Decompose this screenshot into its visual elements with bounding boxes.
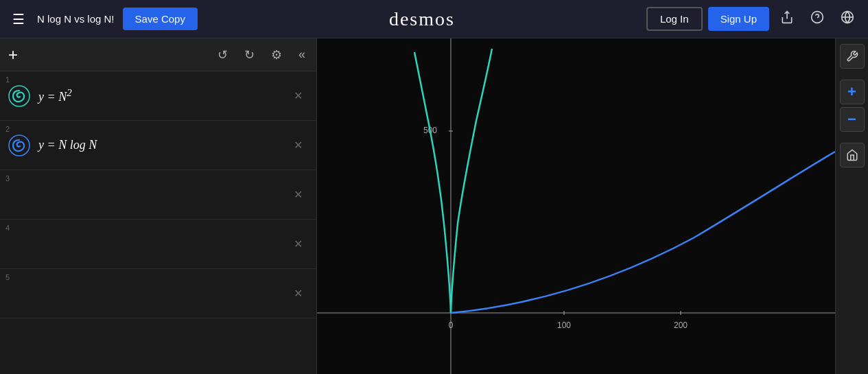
- svg-point-3: [9, 86, 30, 106]
- signup-button[interactable]: Sign Up: [708, 7, 769, 31]
- expr-number-5: 5: [5, 273, 10, 281]
- expr-close-3[interactable]: ✕: [288, 185, 308, 204]
- expression-row-3[interactable]: 3 ✕: [0, 170, 316, 220]
- graph-area[interactable]: 0 100 200 500: [317, 38, 835, 374]
- globe-icon[interactable]: [835, 6, 860, 32]
- expr-formula-1[interactable]: y = N2: [38, 87, 288, 104]
- left-panel: + ↺ ↻ ⚙ « 1 y = N2 ✕ 2: [0, 38, 317, 374]
- expression-row-4[interactable]: 4 ✕: [0, 220, 316, 269]
- settings-button[interactable]: ⚙: [268, 45, 285, 65]
- svg-text:100: 100: [557, 320, 571, 330]
- expression-row-2: 2 y = N log N ✕: [0, 121, 316, 170]
- zoom-in-button[interactable]: +: [840, 80, 865, 104]
- expr-number-2: 2: [5, 125, 10, 133]
- svg-point-4: [9, 135, 30, 156]
- expr-number-4: 4: [5, 224, 10, 232]
- svg-text:200: 200: [674, 320, 688, 330]
- undo-button[interactable]: ↺: [215, 45, 231, 65]
- expression-row-1: 1 y = N2 ✕: [0, 71, 316, 121]
- zoom-out-button[interactable]: −: [840, 107, 865, 132]
- collapse-button[interactable]: «: [296, 45, 308, 65]
- help-icon[interactable]: [805, 6, 830, 32]
- expr-number-1: 1: [5, 75, 10, 84]
- share-icon[interactable]: [775, 6, 799, 32]
- topbar-right: Log In Sign Up: [646, 6, 860, 32]
- expr-close-1[interactable]: ✕: [288, 86, 308, 105]
- expr-number-3: 3: [5, 174, 10, 183]
- graph-title: N log N vs log N!: [37, 13, 115, 25]
- login-button[interactable]: Log In: [646, 7, 703, 31]
- hamburger-icon[interactable]: ☰: [8, 7, 29, 32]
- expr-close-5[interactable]: ✕: [288, 284, 308, 303]
- right-sidebar: + −: [835, 38, 868, 374]
- home-button[interactable]: [840, 143, 865, 167]
- topbar: ☰ N log N vs log N! Save Copy desmos Log…: [0, 0, 868, 38]
- wrench-button[interactable]: [840, 44, 865, 69]
- expr-close-4[interactable]: ✕: [288, 235, 308, 253]
- svg-text:0: 0: [449, 320, 454, 330]
- graph-canvas: 0 100 200 500: [317, 38, 835, 374]
- expression-row-5[interactable]: 5 ✕: [0, 269, 316, 318]
- expr-icon-2: [8, 135, 30, 156]
- expression-toolbar: + ↺ ↻ ⚙ «: [0, 38, 316, 71]
- desmos-logo: desmos: [206, 8, 638, 30]
- expr-formula-2[interactable]: y = N log N: [38, 138, 288, 152]
- add-expression-button[interactable]: +: [8, 47, 18, 63]
- svg-rect-5: [317, 38, 835, 374]
- expression-list: 1 y = N2 ✕ 2 y = N log N ✕: [0, 71, 316, 374]
- expr-close-2[interactable]: ✕: [288, 136, 308, 154]
- save-copy-button[interactable]: Save Copy: [123, 8, 198, 30]
- redo-button[interactable]: ↻: [242, 45, 257, 65]
- main: + ↺ ↻ ⚙ « 1 y = N2 ✕ 2: [0, 38, 868, 374]
- expr-icon-1: [8, 85, 30, 107]
